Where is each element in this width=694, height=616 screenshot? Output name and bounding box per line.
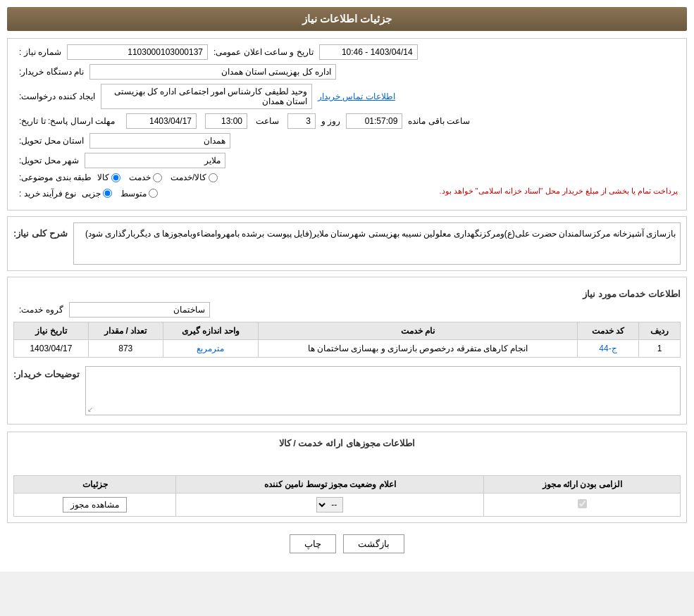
time-remain-value: 01:57:09 xyxy=(346,113,402,129)
radio-mottaset[interactable]: متوسط xyxy=(120,189,158,199)
services-table: ردیف کد خدمت نام خدمت واحد اندازه گیری ت… xyxy=(13,322,681,358)
ostan-value: همدان xyxy=(89,133,230,149)
group-label: گروه خدمت: xyxy=(19,305,63,315)
tarikh-value: 1403/04/14 - 10:46 xyxy=(319,44,418,60)
ealam-select[interactable]: -- xyxy=(316,497,343,513)
saat-label-static: ساعت xyxy=(256,116,279,126)
cell-count: 873 xyxy=(88,340,163,358)
col-unit: واحد اندازه گیری xyxy=(163,322,259,340)
col-joziyat: جزئیات xyxy=(14,476,176,494)
rouz-label: روز و xyxy=(321,116,340,126)
shomara-label: شماره نیاز : xyxy=(19,47,61,57)
cell-ealam: -- xyxy=(176,494,484,517)
radio-jozei[interactable]: جزیی xyxy=(82,189,112,199)
tabaghe-label: طبقه بندی موضوعی: xyxy=(19,172,92,182)
col-code: کد خدمت xyxy=(577,322,638,340)
ijad-label: ایجاد کننده درخواست: xyxy=(19,92,95,101)
cell-radif: 1 xyxy=(638,340,680,358)
col-date: تاریخ نیاز xyxy=(14,322,89,340)
cell-code: ج-44 xyxy=(577,340,638,358)
cell-unit: مترمربع xyxy=(163,340,259,358)
col-ealam: اعلام وضعیت مجوز توسط نامین کننده xyxy=(176,476,484,494)
noe-note: پرداخت تمام یا بخشی از مبلغ خریدار محل "… xyxy=(169,187,681,196)
remain-label: ساعت باقی مانده xyxy=(408,116,470,126)
cell-name: انجام کارهای متفرقه درخصوص بازسازی و بهس… xyxy=(259,340,578,358)
ijad-value: وحید لطیفی کارشناس امور اجتماعی اداره کل… xyxy=(101,84,312,109)
radio-kala[interactable]: کالا xyxy=(97,172,120,182)
buyer-notes-label: توضیحات خریدار: xyxy=(13,369,80,379)
group-value: ساختمان xyxy=(69,302,210,318)
dastgah-label: نام دستگاه خریدار: xyxy=(19,67,84,77)
shomara-value: 1103000103000137 xyxy=(67,44,208,60)
back-button[interactable]: بازگشت xyxy=(343,534,404,553)
col-name: نام خدمت xyxy=(259,322,578,340)
khadamat-title: اطلاعات خدمات مورد نیاز xyxy=(13,289,681,299)
shahr-label: شهر محل تحویل: xyxy=(19,156,79,165)
license-title: اطلاعات مجوزهای ارائه خدمت / کالا xyxy=(13,438,681,448)
buyer-notes-text xyxy=(86,367,680,375)
saat-value: 13:00 xyxy=(205,113,247,129)
sharh-label: شرح کلی نیاز: xyxy=(13,228,68,239)
resize-handle: ↙ xyxy=(87,406,93,413)
cell-date: 1403/04/17 xyxy=(14,340,89,358)
dastgah-value: اداره کل بهزیستی استان همدان xyxy=(89,64,336,80)
cell-elzami xyxy=(484,494,681,517)
license-table: الزامی بودن ارائه مجوز اعلام وضعیت مجوز … xyxy=(13,475,681,517)
page-title: جزئیات اطلاعات نیاز xyxy=(7,7,687,31)
shahr-value: ملایر xyxy=(85,153,225,168)
sharh-text: بازسازی آشپزخانه مرکزسالمندان حضرت علی(ع… xyxy=(73,222,681,265)
mohlat-date-value: 1403/04/17 xyxy=(126,113,197,129)
cell-joziyat[interactable]: مشاهده مجوز xyxy=(14,494,176,517)
tarikh-label: تاریخ و ساعت اعلان عمومی: xyxy=(213,47,314,57)
radio-kala-khadamat[interactable]: کالا/خدمت xyxy=(171,172,218,182)
table-row: 1 ج-44 انجام کارهای متفرقه درخصوص بازساز… xyxy=(14,340,681,358)
col-count: تعداد / مقدار xyxy=(88,322,163,340)
print-button[interactable]: چاپ xyxy=(290,534,336,553)
license-row: -- مشاهده مجوز xyxy=(14,494,681,517)
radio-khadamat[interactable]: خدمت xyxy=(129,172,162,182)
rouz-value: 3 xyxy=(287,113,316,129)
col-radif: ردیف xyxy=(638,322,680,340)
col-elzami: الزامی بودن ارائه مجوز xyxy=(484,476,681,494)
ostan-label: استان محل تحویل: xyxy=(19,136,84,146)
noe-label: نوع فرآیند خرید : xyxy=(19,189,76,199)
bottom-buttons: بازگشت چاپ xyxy=(7,534,687,553)
view-license-button[interactable]: مشاهده مجوز xyxy=(63,497,126,513)
mohlat-label: مهلت ارسال پاسخ: تا تاریخ: xyxy=(19,116,115,126)
ijad-link[interactable]: اطلاعات تماس خریدار xyxy=(318,92,395,101)
